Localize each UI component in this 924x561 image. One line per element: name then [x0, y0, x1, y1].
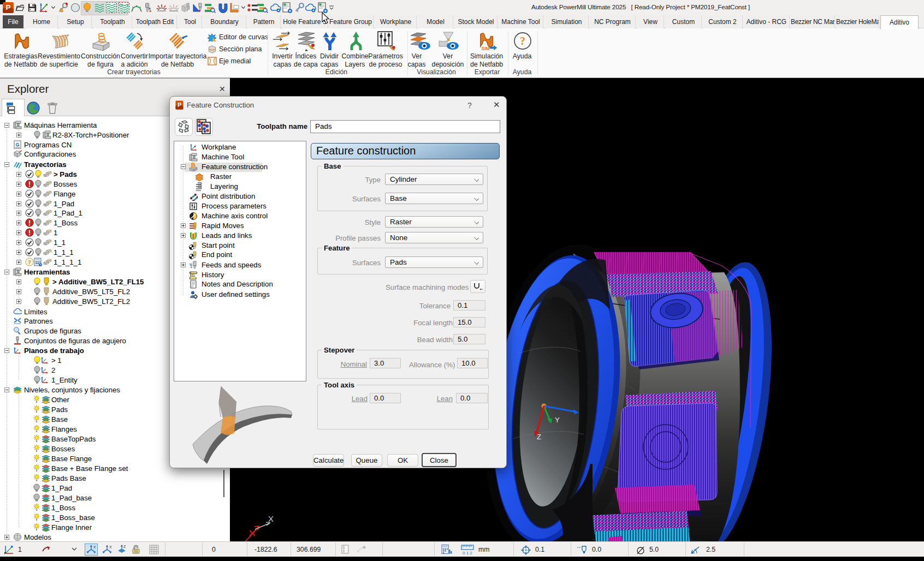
svg-text:P: P	[177, 102, 181, 108]
svg-text:X: X	[109, 545, 112, 549]
svg-text:?: ?	[28, 259, 31, 265]
svg-text:X: X	[268, 514, 274, 523]
svg-text:Z: Z	[537, 433, 541, 441]
svg-text:G: G	[15, 142, 19, 147]
svg-text:0 1 2: 0 1 2	[463, 551, 472, 555]
svg-text:P: P	[6, 3, 11, 11]
svg-text:Z: Z	[343, 550, 345, 553]
svg-text:Z: Z	[123, 545, 126, 548]
svg-text:?: ?	[520, 35, 525, 47]
svg-text:Y: Y	[555, 416, 560, 424]
svg-text:X: X	[93, 545, 96, 549]
svg-text:SIM: SIM	[482, 46, 490, 51]
